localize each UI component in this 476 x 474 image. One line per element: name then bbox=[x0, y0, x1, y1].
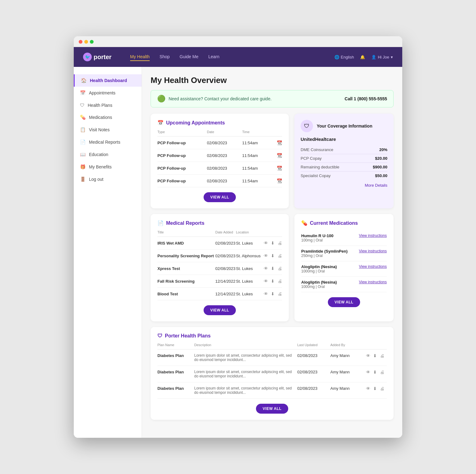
appointments-table: Type Date Time PCP Follow-up 02/08/2023 … bbox=[157, 130, 282, 187]
nav-learn[interactable]: Learn bbox=[208, 53, 219, 61]
calendar-card-icon: 📅 bbox=[157, 120, 164, 126]
print-icon[interactable]: 🖨 bbox=[278, 241, 282, 246]
dot-red[interactable] bbox=[79, 40, 82, 44]
view-instructions-link[interactable]: View instructions bbox=[359, 249, 387, 253]
appt-type: PCP Follow-up bbox=[157, 175, 207, 187]
report-date: 02/08/2023 bbox=[215, 250, 236, 262]
table-row: PCP Follow-up 02/08/2023 11:54am 📆 bbox=[157, 162, 282, 175]
sidebar-item-visit-notes[interactable]: 📋 Visit Notes bbox=[74, 124, 142, 136]
sidebar-item-medications[interactable]: 💊 Medications bbox=[74, 111, 142, 124]
book-icon: 📖 bbox=[80, 152, 86, 157]
sidebar-label-logout: Log out bbox=[89, 177, 104, 182]
nav-guide-me[interactable]: Guide Me bbox=[180, 53, 199, 61]
table-row: PCP Follow-up 02/08/2023 11:54am 📆 bbox=[157, 137, 282, 149]
calendar-action-icon[interactable]: 📆 bbox=[277, 166, 282, 171]
download-icon[interactable]: ⬇ bbox=[271, 266, 275, 271]
medical-reports-table: Title Date Added Location IRIS Wet AMD 0… bbox=[157, 230, 282, 300]
coverage-row-value: 20% bbox=[379, 147, 387, 152]
table-row: Diabetes Plan Lorem ipsum dolor sit amet… bbox=[157, 366, 387, 382]
view-instructions-link[interactable]: View instructions bbox=[359, 233, 387, 238]
coverage-row: DME Coinsurance20% bbox=[301, 146, 387, 154]
view-instructions-link[interactable]: View instructions bbox=[359, 264, 387, 269]
plan-name: Diabetes Plan bbox=[157, 350, 194, 366]
alert-message: Need assistance? Contact your dedicated … bbox=[169, 96, 271, 101]
calendar-action-icon[interactable]: 📆 bbox=[277, 153, 282, 158]
dot-green[interactable] bbox=[90, 40, 94, 44]
coverage-row-value: $900.00 bbox=[373, 165, 387, 169]
list-item: Alogliptin (Nesina) 1000mg | Oral View i… bbox=[301, 277, 387, 292]
coverage-row-value: $20.00 bbox=[375, 156, 387, 161]
sidebar-label-medications: Medications bbox=[89, 115, 112, 120]
view-icon[interactable]: 👁 bbox=[264, 253, 268, 258]
sidebar-item-medical-reports[interactable]: 📄 Medical Reports bbox=[74, 136, 142, 148]
med-dose: 1000mg | Oral bbox=[301, 269, 337, 273]
appt-type: PCP Follow-up bbox=[157, 162, 207, 175]
bell-icon: 🔔 bbox=[360, 55, 365, 59]
appt-date: 02/08/2023 bbox=[207, 175, 242, 187]
sidebar-item-appointments[interactable]: 📅 Appointments bbox=[74, 87, 142, 99]
logo-text: porter bbox=[94, 54, 112, 61]
med-info: Alogliptin (Nesina) 1000mg | Oral bbox=[301, 280, 337, 289]
report-date: 12/14/2022 bbox=[215, 288, 236, 300]
view-icon[interactable]: 👁 bbox=[264, 266, 268, 271]
sidebar-item-education[interactable]: 📖 Education bbox=[74, 148, 142, 161]
user-icon: 👤 bbox=[371, 55, 376, 59]
coverage-row-value: $50.00 bbox=[375, 173, 387, 178]
view-icon[interactable]: 👁 bbox=[366, 370, 370, 375]
nav-shop[interactable]: Shop bbox=[160, 53, 170, 61]
reports-view-all[interactable]: VIEW ALL bbox=[204, 305, 236, 315]
sidebar-item-health-plans[interactable]: 🛡 Health Plans bbox=[74, 99, 142, 111]
appt-col-date: Date bbox=[207, 130, 242, 137]
view-icon[interactable]: 👁 bbox=[264, 241, 268, 246]
user-label: Hi Joe bbox=[378, 55, 389, 59]
nav-right: 🌐 English 🔔 👤 Hi Joe ▾ bbox=[334, 55, 393, 59]
medications-view-all[interactable]: VIEW ALL bbox=[328, 297, 360, 307]
view-icon[interactable]: 👁 bbox=[264, 279, 268, 284]
calendar-action-icon[interactable]: 📆 bbox=[277, 140, 282, 145]
medications-card: 💊 Current Medications Humulin R U-100 10… bbox=[294, 214, 394, 321]
download-icon[interactable]: ⬇ bbox=[271, 253, 275, 258]
sidebar-item-logout[interactable]: 🚪 Log out bbox=[74, 173, 142, 185]
download-icon[interactable]: ⬇ bbox=[373, 353, 377, 358]
notifications-button[interactable]: 🔔 bbox=[360, 55, 365, 59]
coverage-row-label: DME Coinsurance bbox=[301, 147, 333, 152]
sidebar-label-health-plans: Health Plans bbox=[88, 103, 112, 108]
clipboard-icon: 📋 bbox=[80, 127, 86, 133]
table-row: Diabetes Plan Lorem ipsum dolor sit amet… bbox=[157, 382, 387, 399]
print-icon[interactable]: 🖨 bbox=[380, 370, 384, 375]
print-icon[interactable]: 🖨 bbox=[380, 386, 384, 391]
appointments-title: 📅 Upcoming Appointments bbox=[157, 120, 282, 126]
sidebar-label-education: Education bbox=[89, 152, 108, 157]
view-instructions-link[interactable]: View instructions bbox=[359, 280, 387, 284]
coverage-more-details[interactable]: More Details bbox=[301, 183, 387, 188]
print-icon[interactable]: 🖨 bbox=[278, 253, 282, 258]
plan-date: 02/08/2023 bbox=[297, 350, 330, 366]
download-icon[interactable]: ⬇ bbox=[271, 279, 275, 284]
sidebar-item-health-dashboard[interactable]: 🏠 Health Dashboard bbox=[74, 74, 142, 87]
report-title: Personality Screening Report bbox=[157, 250, 215, 262]
view-icon[interactable]: 👁 bbox=[366, 353, 370, 358]
reports-card-icon: 📄 bbox=[157, 220, 164, 226]
appt-col-type: Type bbox=[157, 130, 207, 137]
download-icon[interactable]: ⬇ bbox=[271, 241, 275, 246]
print-icon[interactable]: 🖨 bbox=[278, 291, 282, 296]
report-title: Blood Test bbox=[157, 288, 215, 300]
user-menu[interactable]: 👤 Hi Joe ▾ bbox=[371, 55, 393, 59]
view-icon[interactable]: 👁 bbox=[366, 386, 370, 391]
language-selector[interactable]: 🌐 English bbox=[334, 55, 354, 59]
view-icon[interactable]: 👁 bbox=[264, 291, 268, 296]
med-dose: 100mg | Oral bbox=[301, 238, 333, 242]
appointments-view-all[interactable]: VIEW ALL bbox=[204, 192, 236, 202]
print-icon[interactable]: 🖨 bbox=[278, 279, 282, 284]
dot-yellow[interactable] bbox=[84, 40, 88, 44]
report-title: IRIS Wet AMD bbox=[157, 237, 215, 250]
download-icon[interactable]: ⬇ bbox=[271, 291, 275, 296]
print-icon[interactable]: 🖨 bbox=[278, 266, 282, 271]
download-icon[interactable]: ⬇ bbox=[373, 370, 377, 375]
sidebar-item-my-benefits[interactable]: 🎁 My Benefits bbox=[74, 161, 142, 173]
calendar-action-icon[interactable]: 📆 bbox=[277, 178, 282, 183]
print-icon[interactable]: 🖨 bbox=[380, 353, 384, 358]
nav-my-health[interactable]: My Health bbox=[130, 53, 150, 61]
plans-view-all[interactable]: VIEW ALL bbox=[256, 404, 289, 414]
download-icon[interactable]: ⬇ bbox=[373, 386, 377, 391]
